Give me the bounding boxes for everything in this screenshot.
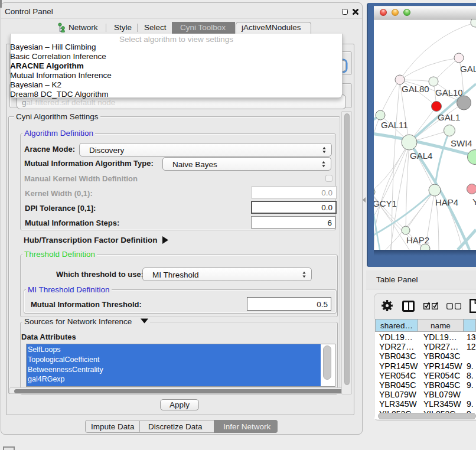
svg-text:GAL1: GAL1: [438, 112, 460, 122]
svg-text:GCY1: GCY1: [374, 198, 397, 208]
svg-text:GAL10: GAL10: [435, 87, 463, 97]
svg-text:Y: Y: [472, 197, 476, 207]
svg-text:GAL11: GAL11: [381, 120, 408, 130]
svg-text:GAL80: GAL80: [402, 84, 429, 94]
svg-text:GAL2: GAL2: [460, 64, 476, 74]
svg-text:HAP2: HAP2: [406, 235, 429, 245]
svg-text:GAL4: GAL4: [410, 151, 432, 161]
svg-text:HAP4: HAP4: [435, 197, 458, 207]
svg-text:SWI4: SWI4: [451, 138, 472, 148]
